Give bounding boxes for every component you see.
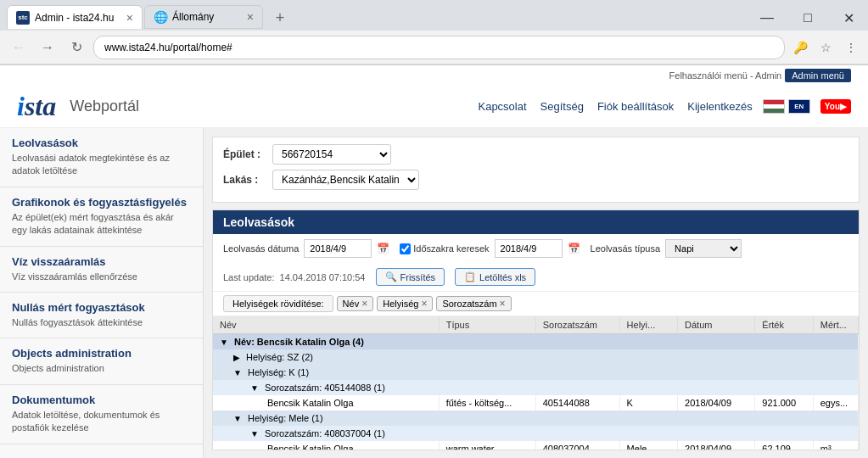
epulet-select[interactable]: 566720154: [272, 144, 391, 165]
sidebar-item-leolvasasok[interactable]: Leolvasások Leolvasási adatok megtekinté…: [0, 128, 203, 187]
tab-allomany-close[interactable]: ×: [247, 11, 254, 23]
menu-icon[interactable]: ⋮: [841, 37, 861, 58]
table-row[interactable]: ▼ Sorozatszám: 405144088 (1): [213, 380, 859, 395]
readings-table: Név Típus Sorozatszám Helyi...: [213, 316, 859, 450]
sidebar-viz-desc: Víz visszaáramlás ellenőrzése: [12, 271, 191, 283]
sidebar-item-grafikonok[interactable]: Grafikonok és fogyasztásfigyelés Az épül…: [0, 187, 203, 247]
sidebar-dokumentumok-desc: Adatok letöltése, dokumentumok és postaf…: [12, 409, 191, 435]
sidebar-item-dokumentumok[interactable]: Dokumentumok Adatok letöltése, dokumentu…: [0, 385, 203, 444]
cell-helyiseg: Mele: [619, 441, 677, 450]
tab-allomany[interactable]: 🌐 Állomány ×: [144, 5, 263, 29]
date-group: Leolvasás dátuma 📅: [223, 239, 389, 258]
expand-icon[interactable]: ▼: [233, 368, 242, 377]
sidebar-item-viz[interactable]: Víz visszaáramlás Víz visszaáramlás elle…: [0, 247, 203, 293]
expand-icon[interactable]: ▼: [250, 383, 259, 393]
expand-icon[interactable]: ▼: [233, 414, 242, 423]
cell-helyiseg: K: [619, 395, 677, 411]
cell-ertek: 921.000: [755, 395, 813, 411]
refresh-button[interactable]: ↻: [64, 36, 88, 59]
sidebar-item-objects[interactable]: Objects administration Objects administr…: [0, 338, 203, 384]
flag-icons: EN: [763, 99, 810, 114]
sidebar-objects-title: Objects administration: [12, 347, 191, 360]
checkbox-text: Időszakra keresek: [413, 243, 489, 254]
download-icon: 📋: [464, 271, 476, 282]
nav-kapcsolat[interactable]: Kapcsolat: [478, 100, 526, 113]
chip-nev-close[interactable]: ×: [361, 298, 367, 310]
nav-fiok[interactable]: Fiók beállítások: [597, 100, 674, 113]
window-controls: — □ ✕: [748, 5, 868, 31]
chrome-tab-icon: 🌐: [154, 10, 167, 24]
address-bar: ← → ↻ www.ista24.hu/portal/home# 🔑 ☆ ⋮: [0, 31, 868, 64]
date-input[interactable]: [304, 239, 372, 258]
flag-en[interactable]: EN: [788, 99, 810, 114]
table-wrapper: Név Típus Sorozatszám Helyi...: [213, 316, 859, 450]
sidebar: Leolvasások Leolvasási adatok megtekinté…: [0, 128, 204, 458]
readings-title: Leolvasások: [223, 215, 294, 229]
portal-title: Webportál: [70, 98, 139, 115]
col-tipus: Típus: [439, 316, 535, 334]
header-nav: Kapcsolat Segítség Fiók beállítások Kije…: [478, 100, 752, 113]
shortcut-button[interactable]: Helyiségek rövidítése:: [223, 295, 333, 312]
group-row-cell: ▼ Név: Bencsik Katalin Olga (4): [213, 334, 859, 350]
col-datum: Dátum: [678, 316, 755, 334]
table-row[interactable]: ▼ Sorozatszám: 408037004 (1): [213, 426, 859, 441]
site-logo: ista: [17, 91, 56, 122]
expand-icon[interactable]: ▼: [220, 338, 228, 347]
group-label: Név: Bencsik Katalin Olga (4): [234, 337, 364, 347]
col-sorozat: Sorozatszám: [535, 316, 619, 334]
download-label: Letöltés xls: [479, 272, 526, 282]
refresh-readings-button[interactable]: 🔍 Frissítés: [376, 268, 445, 286]
sidebar-nullas-title: Nullás mért fogyasztások: [12, 301, 191, 314]
nav-segitseg[interactable]: Segítség: [540, 100, 584, 113]
url-bar[interactable]: www.ista24.hu/portal/home#: [93, 36, 785, 59]
calendar-icon-1[interactable]: 📅: [377, 243, 389, 254]
table-row[interactable]: ▼ Helyiség: K (1): [213, 365, 859, 380]
chip-helyiseg-close[interactable]: ×: [421, 298, 427, 310]
tab-admin-close[interactable]: ×: [126, 12, 133, 24]
type-group: Leolvasás típusa Napi: [591, 239, 742, 258]
shortcut-label: Helyiségek rövidítése:: [232, 299, 324, 309]
subgroup-cell: ▼ Helyiség: K (1): [213, 365, 859, 380]
nav-kijelentkezes[interactable]: Kijelentkezés: [687, 100, 753, 113]
readings-toolbar: Leolvasás dátuma 📅 Időszakra keresek 📅: [213, 234, 859, 292]
cell-nev: Bencsik Katalin Olga: [213, 395, 439, 411]
forward-button[interactable]: →: [36, 36, 59, 59]
sidebar-item-nullas[interactable]: Nullás mért fogyasztások Nullás fogyaszt…: [0, 293, 203, 338]
cell-sorozat: 408037004: [535, 441, 619, 450]
col-helyiseg: Helyi...: [619, 316, 677, 334]
lakas-select[interactable]: Kazánház,Bencsik Katalin: [272, 170, 419, 190]
new-tab-button[interactable]: +: [272, 9, 288, 27]
table-row[interactable]: Bencsik Katalin Olga fűtés - költség... …: [213, 395, 859, 411]
back-button[interactable]: ←: [7, 36, 31, 59]
subgroup-label: Helyiség: SZ (2): [246, 352, 313, 362]
chip-helyiseg-label: Helyiség: [383, 299, 418, 309]
table-row[interactable]: ▼ Helyiség: Mele (1): [213, 411, 859, 426]
refresh-icon: 🔍: [385, 271, 397, 282]
chip-sorozatszam-close[interactable]: ×: [500, 298, 506, 310]
table-row[interactable]: Bencsik Katalin Olga warm water 40803700…: [213, 441, 859, 450]
star-icon[interactable]: ☆: [815, 37, 836, 58]
download-button[interactable]: 📋 Letöltés xls: [455, 268, 535, 286]
calendar-icon-2[interactable]: 📅: [568, 243, 580, 254]
table-row[interactable]: ▼ Név: Bencsik Katalin Olga (4): [213, 334, 859, 350]
filter-chips: Helyiségek rövidítése: Név × Helyiség × …: [213, 292, 859, 316]
cell-datum: 2018/04/09: [678, 441, 755, 450]
close-button[interactable]: ✕: [829, 3, 868, 33]
col-mert: Mért...: [813, 316, 858, 334]
col-ertek: Érték: [755, 316, 813, 334]
expand-icon[interactable]: ▼: [250, 429, 259, 438]
expand-icon[interactable]: ▶: [233, 353, 240, 362]
minimize-button[interactable]: —: [748, 3, 787, 33]
flag-hu[interactable]: [763, 99, 785, 114]
date-input-2[interactable]: [495, 239, 563, 258]
checkbox-label[interactable]: Időszakra keresek: [400, 243, 489, 254]
table-row[interactable]: ▶ Helyiség: SZ (2): [213, 349, 859, 365]
period-checkbox[interactable]: [400, 243, 411, 254]
subgroup2-label: Sorozatszám: 408037004 (1): [265, 428, 385, 438]
type-select[interactable]: Napi: [665, 239, 742, 258]
sidebar-viz-title: Víz visszaáramlás: [12, 255, 191, 268]
youtube-icon[interactable]: You▶: [820, 99, 851, 114]
maximize-button[interactable]: □: [788, 3, 827, 33]
admin-menu-button[interactable]: Admin menü: [785, 69, 851, 82]
tab-admin[interactable]: stc Admin - ista24.hu ×: [7, 5, 143, 29]
